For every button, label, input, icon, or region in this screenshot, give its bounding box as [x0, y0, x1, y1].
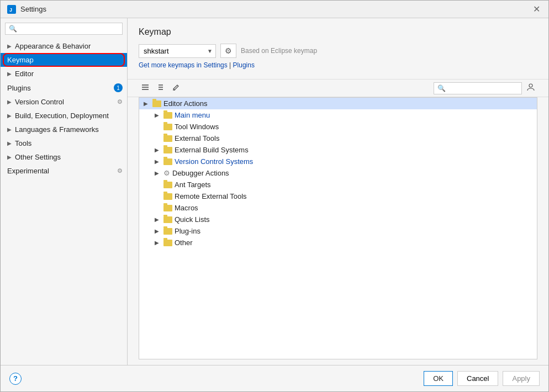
titlebar: J Settings ✕ — [1, 1, 548, 18]
sidebar-item-label: Appearance & Behavior — [15, 42, 91, 50]
chevron-icon: ▶ — [155, 228, 161, 234]
footer-left: ? — [9, 373, 22, 385]
edit-shortcut-button[interactable] — [170, 82, 183, 94]
keymap-tree: ▶ Editor Actions ▶ Main menu Tool Window… — [139, 97, 537, 359]
tree-item-other[interactable]: ▶ Other — [139, 237, 537, 248]
sidebar-item-experimental[interactable]: Experimental ⚙ — [1, 164, 127, 178]
content-area: 🔍 ▶ Appearance & Behavior Keymap ▶ Edito… — [1, 18, 548, 365]
folder-icon — [163, 228, 172, 235]
collapse-all-button[interactable] — [154, 82, 167, 94]
tree-item-label: Plug-ins — [175, 227, 200, 235]
sidebar-item-label: Editor — [15, 70, 34, 78]
tree-item-main-menu[interactable]: ▶ Main menu — [139, 109, 537, 121]
cancel-button[interactable]: Cancel — [457, 371, 498, 386]
sidebar-item-editor[interactable]: ▶ Editor — [1, 67, 127, 81]
tree-item-label: Ant Targets — [175, 181, 211, 189]
tree-item-label: Tool Windows — [175, 123, 219, 131]
keymap-select-wrapper: shkstart ▼ — [139, 44, 216, 58]
sidebar-item-tools[interactable]: ▶ Tools — [1, 136, 127, 150]
folder-icon — [163, 193, 172, 200]
chevron-icon: ▶ — [155, 147, 161, 153]
tree-item-version-control-systems[interactable]: ▶ Version Control Systems — [139, 156, 537, 167]
sidebar-item-label: Keymap — [7, 56, 34, 64]
sidebar-search-input[interactable] — [19, 25, 119, 33]
help-button[interactable]: ? — [9, 373, 22, 385]
sidebar-item-other-settings[interactable]: ▶ Other Settings — [1, 150, 127, 164]
expand-all-icon — [141, 83, 149, 91]
gear-icon: ⚙ — [117, 167, 123, 174]
apply-button[interactable]: Apply — [503, 371, 540, 386]
sidebar-item-version-control[interactable]: ▶ Version Control ⚙ — [1, 95, 127, 109]
tree-search-input[interactable] — [434, 82, 522, 94]
sidebar: 🔍 ▶ Appearance & Behavior Keymap ▶ Edito… — [1, 18, 128, 365]
sidebar-item-appearance[interactable]: ▶ Appearance & Behavior — [1, 39, 127, 53]
close-button[interactable]: ✕ — [531, 4, 542, 15]
tree-item-debugger-actions[interactable]: ▶ ⚙ Debugger Actions — [139, 167, 537, 179]
tree-item-editor-actions[interactable]: ▶ Editor Actions — [139, 98, 537, 109]
tree-item-macros[interactable]: Macros — [139, 202, 537, 214]
edit-icon — [172, 83, 180, 91]
tree-item-label: Macros — [175, 204, 198, 212]
sidebar-item-label: Tools — [15, 139, 31, 147]
titlebar-left: J Settings — [7, 5, 46, 14]
keymap-controls: shkstart ▼ ⚙ Based on Eclipse keymap — [139, 44, 537, 58]
tree-item-external-build-systems[interactable]: ▶ External Build Systems — [139, 144, 537, 156]
tree-item-label: Other — [175, 239, 193, 247]
sidebar-item-label: Languages & Frameworks — [15, 125, 99, 134]
chevron-icon: ▶ — [155, 112, 161, 118]
tree-item-label: Version Control Systems — [175, 157, 253, 166]
sidebar-item-label: Experimental — [7, 167, 49, 175]
tree-item-label: Main menu — [175, 111, 210, 119]
chevron-icon: ▶ — [7, 154, 12, 160]
app-icon: J — [7, 5, 16, 14]
folder-icon — [152, 100, 161, 107]
sidebar-item-label: Other Settings — [15, 153, 61, 161]
footer: ? OK Cancel Apply — [1, 365, 548, 391]
tree-search-area — [434, 82, 537, 94]
folder-icon — [163, 135, 172, 142]
sidebar-item-build[interactable]: ▶ Build, Execution, Deployment — [1, 109, 127, 123]
main-panel: Keymap shkstart ▼ ⚙ Based on Eclipse key… — [128, 18, 548, 365]
ok-button[interactable]: OK — [424, 371, 453, 386]
gear-icon: ⚙ — [117, 98, 123, 105]
sidebar-item-label: Plugins — [7, 84, 31, 92]
link-separator: | — [228, 61, 233, 69]
tree-item-external-tools[interactable]: External Tools — [139, 133, 537, 144]
folder-icon — [163, 124, 172, 130]
folder-icon — [163, 205, 172, 211]
tree-item-plug-ins[interactable]: ▶ Plug-ins — [139, 225, 537, 237]
chevron-icon: ▶ — [155, 216, 161, 223]
keymap-title: Keymap — [139, 27, 537, 37]
chevron-icon: ▶ — [7, 126, 12, 133]
keymap-select[interactable]: shkstart — [139, 44, 216, 58]
keymap-based-on: Based on Eclipse keymap — [241, 47, 317, 55]
tree-item-remote-external-tools[interactable]: Remote External Tools — [139, 190, 537, 202]
chevron-icon: ▶ — [7, 43, 12, 49]
sidebar-item-label: Build, Execution, Deployment — [15, 112, 109, 120]
folder-icon — [163, 158, 172, 165]
tree-item-tool-windows[interactable]: Tool Windows — [139, 121, 537, 133]
search-icon: 🔍 — [9, 25, 17, 33]
get-more-keymaps-link[interactable]: Get more keymaps in Settings — [139, 61, 228, 69]
settings-window: J Settings ✕ 🔍 ▶ Appearance & Behavior K… — [0, 0, 549, 392]
chevron-icon: ▶ — [155, 158, 161, 165]
plugins-link[interactable]: Plugins — [233, 61, 255, 69]
tree-item-ant-targets[interactable]: Ant Targets — [139, 179, 537, 190]
sidebar-item-languages[interactable]: ▶ Languages & Frameworks — [1, 123, 127, 136]
collapse-all-icon — [157, 83, 165, 91]
tree-item-label: External Tools — [175, 134, 219, 142]
sidebar-search-box[interactable]: 🔍 — [5, 23, 123, 35]
chevron-icon: ▶ — [155, 240, 161, 246]
sidebar-item-keymap[interactable]: Keymap — [1, 53, 127, 67]
chevron-icon: ▶ — [7, 99, 12, 105]
user-icon-button[interactable] — [524, 82, 537, 94]
tree-item-quick-lists[interactable]: ▶ Quick Lists — [139, 214, 537, 225]
sidebar-item-plugins[interactable]: Plugins 1 — [1, 81, 127, 95]
window-title: Settings — [20, 5, 46, 13]
footer-buttons: OK Cancel Apply — [424, 371, 540, 386]
chevron-icon: ▶ — [155, 170, 161, 176]
keymap-settings-button[interactable]: ⚙ — [220, 44, 236, 58]
tree-toolbar — [128, 80, 548, 97]
expand-all-button[interactable] — [139, 82, 152, 94]
tree-item-label: External Build Systems — [175, 146, 249, 154]
